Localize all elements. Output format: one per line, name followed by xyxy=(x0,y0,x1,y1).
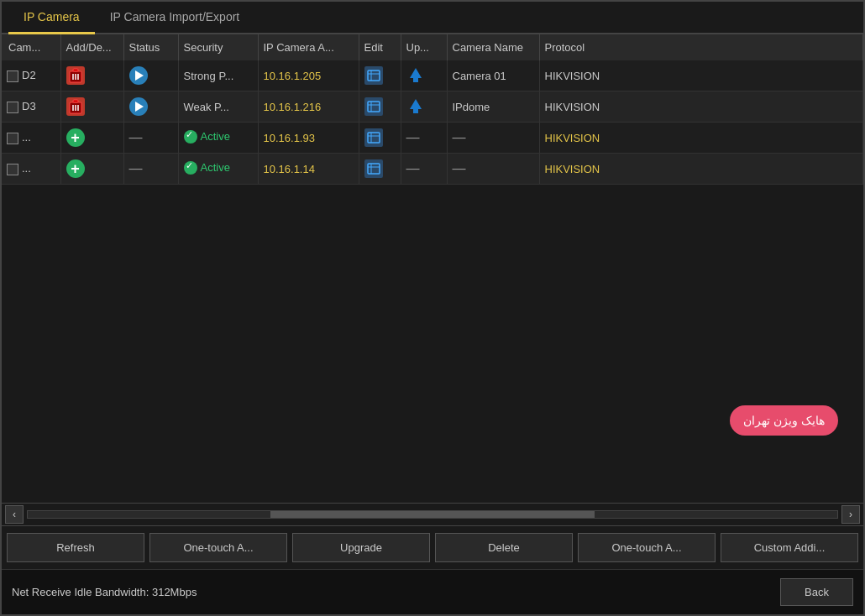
scroll-left-arrow[interactable]: ‹ xyxy=(5,505,24,524)
active-badge-3: Active xyxy=(184,130,230,144)
delete-icon-d3[interactable] xyxy=(66,97,85,116)
col-header-status: Status xyxy=(123,34,178,60)
cell-cam-d2: D2 xyxy=(2,60,60,91)
edit-icon-4[interactable] xyxy=(364,159,383,178)
col-header-security: Security xyxy=(178,34,258,60)
cell-cam-4: ... xyxy=(2,154,60,185)
checkbox-4[interactable] xyxy=(7,164,18,175)
checkbox-d2[interactable] xyxy=(7,70,18,82)
cell-up-d3[interactable] xyxy=(401,91,447,123)
dash-name-3: — xyxy=(453,130,466,144)
checkbox-3[interactable] xyxy=(7,133,18,144)
custom-add-button[interactable]: Custom Addi... xyxy=(721,533,858,562)
delete-icon-d2[interactable] xyxy=(66,66,85,85)
active-badge-4: Active xyxy=(184,161,230,175)
cell-edit-d2[interactable] xyxy=(359,60,401,91)
svg-marker-9 xyxy=(410,68,422,78)
cell-add-d2[interactable] xyxy=(60,60,123,91)
empty-rows xyxy=(2,185,863,503)
cell-protocol-3: HIKVISION xyxy=(539,123,863,154)
cell-add-d3[interactable] xyxy=(60,91,123,123)
col-header-protocol: Protocol xyxy=(539,34,863,60)
cell-ip-3: 10.16.1.93 xyxy=(258,123,359,154)
refresh-button[interactable]: Refresh xyxy=(7,533,144,562)
tab-ip-camera-import-export[interactable]: IP Camera Import/Export xyxy=(95,2,255,34)
col-header-edit: Edit xyxy=(359,34,401,60)
dash-up-4: — xyxy=(406,161,420,175)
dash-name-4: — xyxy=(453,161,466,175)
cell-edit-3[interactable] xyxy=(359,123,401,154)
active-check-icon-3 xyxy=(184,130,197,144)
cell-security-4: Active xyxy=(178,154,258,185)
back-button[interactable]: Back xyxy=(780,578,853,606)
upgrade-button[interactable]: Upgrade xyxy=(292,533,430,562)
col-header-name: Camera Name xyxy=(447,34,539,60)
cell-edit-d3[interactable] xyxy=(359,91,401,123)
cell-cam-3: ... xyxy=(2,123,60,154)
svg-rect-10 xyxy=(413,78,418,82)
cell-name-d2: Camera 01 xyxy=(447,60,539,91)
play-icon-d3 xyxy=(129,97,148,116)
cell-edit-4[interactable] xyxy=(359,154,401,185)
status-bar: Net Receive Idle Bandwidth: 312Mbps Back xyxy=(2,569,863,614)
col-header-add: Add/De... xyxy=(60,34,123,60)
play-icon-d2 xyxy=(129,66,148,85)
svg-marker-20 xyxy=(410,99,422,109)
cell-protocol-d3: HIKVISION xyxy=(539,91,863,123)
svg-rect-1 xyxy=(73,69,78,71)
edit-icon-d2[interactable] xyxy=(364,66,383,85)
dash-status-3: — xyxy=(129,130,143,144)
scroll-track[interactable] xyxy=(27,510,838,519)
main-container: IP Camera IP Camera Import/Export Cam...… xyxy=(0,0,865,616)
scroll-thumb[interactable] xyxy=(270,511,595,518)
cell-security-3: Active xyxy=(178,123,258,154)
cell-name-3: — xyxy=(447,123,539,154)
bottom-toolbar: Refresh One-touch A... Upgrade Delete On… xyxy=(2,526,863,569)
horizontal-scrollbar: ‹ › xyxy=(2,503,863,526)
table-row: ... + — Active 10.16.1.14 xyxy=(2,154,863,185)
cell-up-4: — xyxy=(401,154,447,185)
add-icon-3[interactable]: + xyxy=(66,128,85,147)
col-header-up: Up... xyxy=(401,34,447,60)
cell-ip-d2: 10.16.1.205 xyxy=(258,60,359,91)
cell-security-d3: Weak P... xyxy=(178,91,258,123)
cell-add-4[interactable]: + xyxy=(60,154,123,185)
table-row: D2 xyxy=(2,60,863,91)
cell-ip-4: 10.16.1.14 xyxy=(258,154,359,185)
col-header-ip: IP Camera A... xyxy=(258,34,359,60)
active-check-icon-4 xyxy=(184,161,197,175)
cell-name-d3: IPdome xyxy=(447,91,539,123)
cell-status-d2 xyxy=(123,60,178,91)
dash-status-4: — xyxy=(129,161,143,175)
cell-up-d2[interactable] xyxy=(401,60,447,91)
cell-security-d2: Strong P... xyxy=(178,60,258,91)
delete-button[interactable]: Delete xyxy=(435,533,573,562)
table-header-row: Cam... Add/De... Status Security IP Came… xyxy=(2,34,863,60)
one-touch-a2-button[interactable]: One-touch A... xyxy=(578,533,716,562)
bandwidth-status: Net Receive Idle Bandwidth: 312Mbps xyxy=(12,586,197,598)
watermark-label: هایک ویژن تهران xyxy=(730,405,838,436)
edit-icon-d3[interactable] xyxy=(364,97,383,116)
table-row: D3 xyxy=(2,91,863,123)
cell-status-4: — xyxy=(123,154,178,185)
table-row: ... + — Active 10.16.1.93 xyxy=(2,123,863,154)
edit-icon-3[interactable] xyxy=(364,128,383,147)
col-header-cam: Cam... xyxy=(2,34,60,60)
cell-ip-d3: 10.16.1.216 xyxy=(258,91,359,123)
table-section: Cam... Add/De... Status Security IP Came… xyxy=(2,34,863,503)
upgrade-icon-d2[interactable] xyxy=(406,66,425,85)
table-body: D2 xyxy=(2,60,863,185)
cell-up-3: — xyxy=(401,123,447,154)
one-touch-a-button[interactable]: One-touch A... xyxy=(149,533,287,562)
add-icon-4[interactable]: + xyxy=(66,159,85,178)
tab-ip-camera[interactable]: IP Camera xyxy=(8,2,95,34)
cell-protocol-d2: HIKVISION xyxy=(539,60,863,91)
checkbox-d3[interactable] xyxy=(7,102,18,113)
cell-cam-d3: D3 xyxy=(2,91,60,123)
cell-status-d3 xyxy=(123,91,178,123)
cell-add-3[interactable]: + xyxy=(60,123,123,154)
cell-protocol-4: HIKVISION xyxy=(539,154,863,185)
camera-table: Cam... Add/De... Status Security IP Came… xyxy=(2,34,863,185)
scroll-right-arrow[interactable]: › xyxy=(841,505,860,524)
upgrade-icon-d3[interactable] xyxy=(406,97,425,116)
